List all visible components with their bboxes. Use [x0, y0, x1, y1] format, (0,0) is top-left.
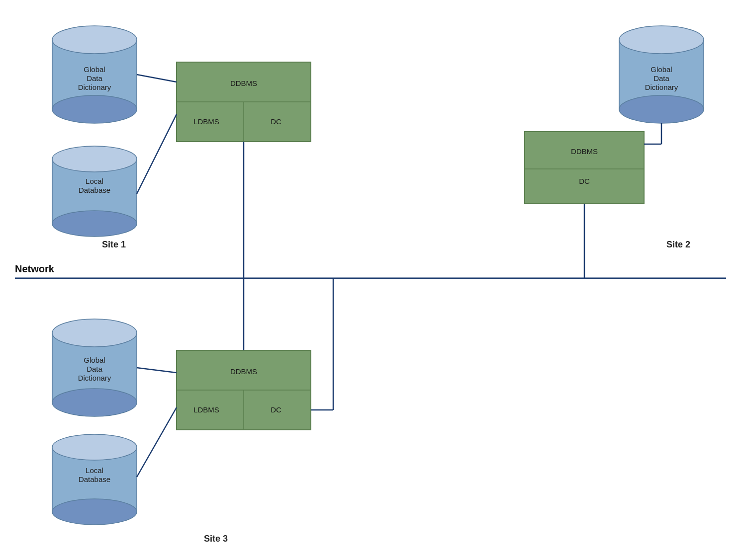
svg-rect-0 — [52, 40, 137, 109]
svg-text:Dictionary: Dictionary — [78, 83, 111, 91]
svg-text:DC: DC — [579, 177, 590, 185]
svg-point-39 — [52, 434, 137, 460]
svg-text:DC: DC — [271, 405, 281, 414]
svg-text:Global: Global — [84, 65, 105, 74]
svg-line-48 — [137, 368, 177, 373]
svg-text:LDBMS: LDBMS — [193, 405, 219, 414]
svg-text:DDBMS: DDBMS — [230, 367, 257, 376]
svg-point-8 — [52, 146, 137, 172]
svg-text:DDBMS: DDBMS — [230, 79, 257, 87]
svg-rect-25 — [525, 132, 644, 204]
svg-text:DDBMS: DDBMS — [571, 147, 598, 156]
svg-point-21 — [619, 26, 704, 54]
svg-point-1 — [52, 95, 137, 123]
svg-line-17 — [137, 75, 177, 82]
svg-rect-37 — [52, 447, 137, 512]
svg-text:Data: Data — [87, 365, 102, 373]
diagram-container: Global Data Dictionary Local Database DD… — [0, 0, 743, 560]
svg-line-49 — [137, 407, 177, 477]
svg-rect-42 — [177, 350, 311, 430]
site1-label: Site 1 — [102, 240, 126, 249]
svg-rect-11 — [177, 62, 311, 142]
svg-text:Global: Global — [650, 65, 672, 74]
site3-label: Site 3 — [204, 534, 228, 544]
svg-text:Local: Local — [86, 466, 103, 475]
svg-point-32 — [52, 389, 137, 416]
svg-point-20 — [619, 95, 704, 123]
svg-text:Data: Data — [87, 74, 102, 82]
svg-point-7 — [52, 211, 137, 237]
svg-text:Dictionary: Dictionary — [645, 83, 678, 91]
svg-line-18 — [137, 114, 177, 194]
svg-text:LDBMS: LDBMS — [193, 117, 219, 126]
svg-point-2 — [52, 26, 137, 54]
svg-rect-6 — [52, 159, 137, 224]
svg-point-38 — [52, 499, 137, 525]
svg-text:Data: Data — [653, 74, 669, 82]
svg-text:Dictionary: Dictionary — [78, 374, 111, 382]
site2-label: Site 2 — [666, 240, 690, 249]
svg-text:Database: Database — [79, 186, 110, 194]
svg-text:DC: DC — [271, 117, 281, 126]
svg-point-33 — [52, 319, 137, 347]
network-label: Network — [15, 263, 55, 274]
svg-text:Database: Database — [79, 475, 110, 483]
svg-text:Global: Global — [84, 356, 105, 364]
svg-rect-31 — [52, 333, 137, 402]
svg-rect-19 — [619, 40, 704, 109]
svg-text:Local: Local — [86, 177, 103, 185]
